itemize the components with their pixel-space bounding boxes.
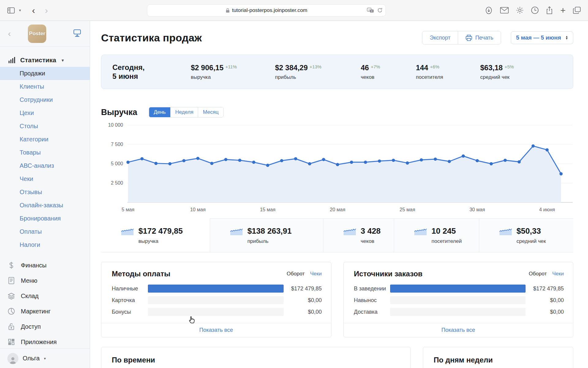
sidebar-item-reviews[interactable]: Отзывы — [0, 186, 90, 199]
back-button[interactable]: ‹ — [32, 5, 35, 16]
source-row-delivery: Доставка $0,00 — [354, 307, 564, 317]
sidebar-toggle-icon[interactable] — [7, 7, 15, 13]
sidebar-item-access[interactable]: Доступ — [0, 319, 90, 334]
by-weekday-card: По дням недели 40 000 — [423, 347, 573, 368]
svg-text:20 мая: 20 мая — [330, 207, 345, 212]
payment-row-cash: Наличные $172 479,85 — [112, 284, 322, 293]
sidebar-item-abc-analysis[interactable]: АВС-анализ — [0, 159, 90, 172]
date-range-picker[interactable]: 5 мая — 5 июня ▲▼ — [511, 31, 573, 44]
sidebar-item-taxes[interactable]: Налоги — [0, 238, 90, 251]
today-stat-profit: $2 384,29+13% прибыль — [275, 63, 361, 80]
sidebar-item-menu[interactable]: Меню — [0, 273, 90, 288]
summary-cell-avg-check[interactable]: $50,33 средний чек — [479, 218, 573, 252]
svg-text:5 мая: 5 мая — [122, 207, 134, 212]
delta-badge: +11% — [225, 64, 237, 69]
sidebar-item-receipts[interactable]: Чеки — [0, 172, 90, 186]
sidebar-item-marketing[interactable]: Маркетинг — [0, 304, 90, 319]
tab-week[interactable]: Неделя — [170, 107, 198, 117]
bar-track — [390, 285, 526, 293]
svg-text:10 000: 10 000 — [108, 123, 123, 128]
browser-toolbar: ▾ ‹ › tutorial-posterpos.joinposter.com … — [0, 0, 588, 21]
revenue-line-chart[interactable]: 2 5005 0007 50010 0005 мая10 мая15 мая20… — [101, 123, 573, 215]
sparkline-icon — [343, 227, 356, 236]
url-text: tutorial-posterpos.joinposter.com — [232, 7, 307, 13]
history-clock-icon[interactable] — [531, 6, 539, 14]
delta-badge: +5% — [504, 64, 514, 69]
today-stat-avg-check: $63,18+5% средний чек — [480, 63, 514, 80]
forward-button[interactable]: › — [45, 5, 48, 16]
tab-day[interactable]: День — [149, 107, 170, 117]
sidebar-item-finance[interactable]: Финансы — [0, 258, 90, 273]
show-all-link[interactable]: Показать все — [101, 323, 331, 337]
share-icon[interactable] — [546, 6, 553, 14]
avatar — [7, 353, 18, 364]
bar-track — [148, 308, 284, 316]
order-sources-panel: Источники заказов Оборот Чеки В заведени… — [343, 262, 574, 337]
sidebar-nav: Статистика ▾ Продажи Клиенты Сотрудники … — [0, 47, 90, 348]
toggle-receipts[interactable]: Чеки — [310, 271, 322, 277]
sidebar-item-statistics[interactable]: Статистика ▾ — [0, 53, 90, 67]
svg-text:10 мая: 10 мая — [190, 207, 206, 212]
panel-title: Источники заказов — [354, 270, 423, 278]
unlock-icon — [7, 323, 15, 330]
toggle-turnover[interactable]: Оборот — [529, 271, 547, 277]
tab-month[interactable]: Месяц — [198, 107, 223, 117]
toggle-turnover[interactable]: Оборот — [287, 271, 305, 277]
summary-cell-revenue[interactable]: $172 479,85 выручка — [101, 218, 210, 252]
tabs-overview-icon[interactable] — [573, 7, 581, 14]
today-stat-receipts: 46+7% чеков — [361, 63, 416, 80]
sidebar-item-payments[interactable]: Оплаты — [0, 225, 90, 238]
sparkline-icon — [230, 227, 243, 236]
new-tab-icon[interactable]: + — [560, 5, 566, 16]
sidebar-item-products[interactable]: Товары — [0, 146, 90, 159]
card-title: По дням недели — [434, 356, 564, 364]
svg-text:5 000: 5 000 — [111, 161, 123, 166]
sidebar-item-categories[interactable]: Категории — [0, 133, 90, 146]
settings-gear-icon[interactable] — [516, 6, 524, 14]
svg-text:25 мая: 25 мая — [400, 207, 415, 212]
summary-cell-profit[interactable]: $138 263,91 прибыль — [210, 218, 323, 252]
sidebar-item-reservations[interactable]: Бронирования — [0, 212, 90, 225]
sidebar-item-applications[interactable]: Приложения — [0, 334, 90, 348]
today-stat-visitors: 144+6% посетителя — [416, 63, 480, 80]
dollar-icon — [7, 262, 15, 269]
sidebar-item-sales[interactable]: Продажи — [0, 67, 90, 80]
sidebar-item-clients[interactable]: Клиенты — [0, 80, 90, 93]
sidebar: ‹ Poster Статистика ▾ Продажи Клиенты Со… — [0, 21, 90, 368]
bar-track — [148, 285, 284, 293]
bar-chart-icon — [8, 56, 15, 64]
lock-icon — [226, 8, 230, 13]
collapse-sidebar-icon[interactable]: ‹ — [8, 29, 11, 39]
user-menu[interactable]: Ольга ▾ — [0, 348, 90, 368]
delta-badge: +7% — [371, 64, 380, 69]
svg-text:15 мая: 15 мая — [260, 207, 276, 212]
pos-terminal-icon[interactable] — [73, 29, 82, 39]
toolbar-chevron-down-icon[interactable]: ▾ — [19, 8, 21, 13]
summary-cell-visitors[interactable]: 10 245 посетителей — [394, 218, 479, 252]
translate-icon[interactable]: A文 — [367, 8, 374, 13]
bar-track — [148, 296, 284, 304]
sidebar-item-online-orders[interactable]: Онлайн-заказы — [0, 199, 90, 212]
show-all-link[interactable]: Показать все — [344, 323, 573, 337]
period-summary-row: $172 479,85 выручка $138 263,91 прибыль … — [101, 218, 573, 252]
payment-methods-panel: Методы оплаты Оборот Чеки Наличные $172 … — [101, 262, 331, 337]
poster-logo[interactable]: Poster — [28, 25, 46, 43]
export-button[interactable]: Экспорт — [422, 31, 458, 44]
chevron-down-icon: ▾ — [44, 356, 46, 361]
reload-icon[interactable] — [377, 8, 383, 13]
panel-title: Методы оплаты — [112, 270, 170, 278]
mouse-cursor — [187, 315, 197, 324]
chevron-down-icon: ▾ — [62, 58, 64, 63]
downloads-icon[interactable] — [485, 6, 493, 14]
address-bar[interactable]: tutorial-posterpos.joinposter.com A文 — [147, 4, 386, 17]
sidebar-item-workshops[interactable]: Цехи — [0, 106, 90, 120]
sidebar-item-tables[interactable]: Столы — [0, 120, 90, 133]
delta-badge: +13% — [310, 64, 322, 69]
print-button[interactable]: Печать — [458, 31, 501, 44]
toggle-receipts[interactable]: Чеки — [552, 271, 564, 277]
summary-cell-receipts[interactable]: 3 428 чеков — [323, 218, 394, 252]
user-name: Ольга — [23, 355, 40, 362]
sidebar-item-warehouse[interactable]: Склад — [0, 288, 90, 304]
mail-icon[interactable] — [500, 7, 509, 13]
sidebar-item-employees[interactable]: Сотрудники — [0, 93, 90, 106]
